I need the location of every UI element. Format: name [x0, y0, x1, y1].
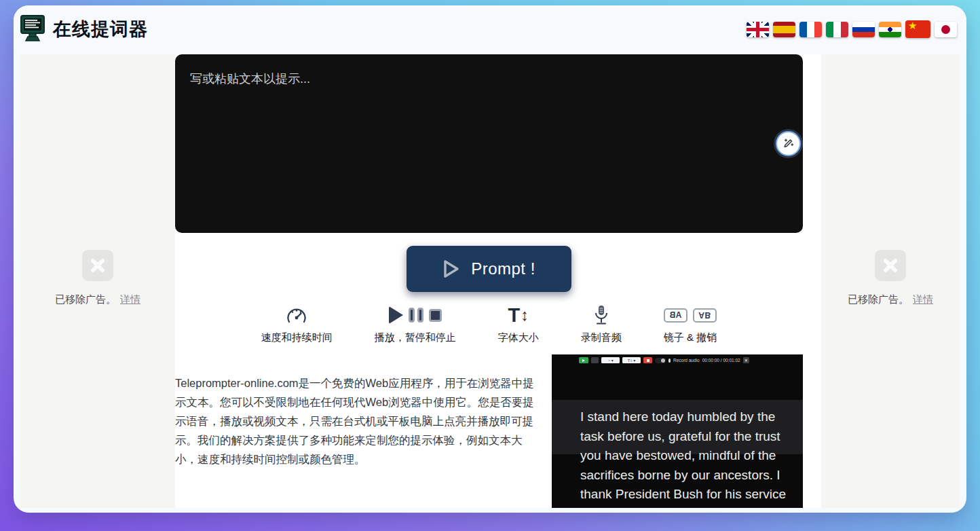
- ad-details-link[interactable]: 详情: [913, 293, 933, 305]
- right-ad-panel: 已移除广告。详情: [821, 54, 960, 508]
- ad-removed-text: 已移除广告。: [848, 293, 909, 305]
- language-flags: [747, 20, 957, 38]
- play-icon: [389, 306, 403, 324]
- prompt-button-label: Prompt !: [471, 259, 535, 278]
- prompt-start-button[interactable]: Prompt !: [407, 246, 571, 292]
- language-flag-fr[interactable]: [799, 22, 822, 37]
- mini-fontsize-control: T↕ ▾: [622, 357, 641, 363]
- feature-record-audio: 录制音频: [581, 304, 622, 344]
- play-outline-icon: [442, 259, 460, 278]
- language-flag-es[interactable]: [773, 22, 795, 37]
- mini-speed-control: ◔ ▾: [601, 357, 620, 363]
- ad-blocked-icon: [82, 250, 113, 281]
- left-ad-panel: 已移除广告。详情: [20, 54, 175, 508]
- ad-removed-block: 已移除广告。详情: [821, 250, 960, 306]
- speedometer-icon: [286, 306, 307, 325]
- feature-font-size: T↕ 字体大小: [498, 304, 539, 344]
- font-size-icon: T↕: [508, 304, 529, 327]
- teleprompter-text: I stand here today humbled by the task b…: [580, 407, 796, 505]
- page-title: 在线提词器: [53, 17, 148, 41]
- language-flag-zh[interactable]: [905, 20, 930, 38]
- mini-close-button: ✕: [743, 357, 749, 363]
- ad-details-link[interactable]: 详情: [120, 293, 140, 305]
- video-time: 00:00:00 / 00:01:02: [702, 358, 740, 363]
- language-flag-hi[interactable]: [879, 22, 901, 37]
- feature-speed: 速度和持续时间: [261, 304, 333, 344]
- language-flag-ja[interactable]: [935, 22, 957, 37]
- mini-mic-icon: [668, 359, 671, 363]
- feature-label: 录制音频: [581, 331, 622, 344]
- feature-playback: 播放，暂停和停止: [375, 304, 456, 344]
- demo-video-toolbar: ◔ ▾ T↕ ▾ Record audio 00:00:00 / 00:01:0…: [579, 356, 749, 364]
- teleprompter-logo-icon: [19, 15, 46, 43]
- ad-blocked-icon: [875, 250, 906, 281]
- app-description: Teleprompter-online.com是一个免费的Web应用程序，用于在…: [175, 373, 543, 469]
- feature-mirror-undo: AB AB 镜子 & 撤销: [664, 304, 717, 344]
- feature-label: 速度和持续时间: [261, 331, 333, 344]
- script-text-input[interactable]: [175, 54, 803, 233]
- mini-fullscreen-button: [591, 357, 599, 363]
- language-flag-en[interactable]: [747, 22, 769, 37]
- language-flag-ru[interactable]: [852, 22, 875, 37]
- mini-record-button: [643, 357, 652, 363]
- magic-pencil-icon: [781, 136, 795, 151]
- demo-video-thumbnail[interactable]: ◔ ▾ T↕ ▾ Record audio 00:00:00 / 00:01:0…: [552, 354, 803, 508]
- mirror-vertical-icon: AB: [693, 308, 717, 323]
- feature-label: 字体大小: [498, 331, 539, 344]
- main-card: 在线提词器 已移除广告。详情: [14, 5, 966, 513]
- feature-label: 播放，暂停和停止: [375, 331, 456, 344]
- mini-play-button: [579, 357, 588, 363]
- mini-audio-toggle: [655, 358, 666, 363]
- feature-label: 镜子 & 撤销: [664, 331, 717, 344]
- feature-legend: 速度和持续时间 播放，暂停和停止 T↕ 字体大小: [175, 304, 803, 344]
- language-flag-it[interactable]: [826, 22, 848, 37]
- header: 在线提词器: [14, 5, 966, 53]
- edit-wand-button[interactable]: [776, 131, 801, 156]
- stop-icon: [429, 309, 442, 322]
- ad-removed-block: 已移除广告。详情: [20, 250, 175, 306]
- record-audio-label: Record audio: [673, 358, 700, 363]
- pause-icon: [409, 308, 423, 323]
- mirror-horizontal-icon: AB: [664, 308, 687, 323]
- microphone-icon: [593, 305, 609, 325]
- ad-removed-text: 已移除广告。: [55, 293, 116, 305]
